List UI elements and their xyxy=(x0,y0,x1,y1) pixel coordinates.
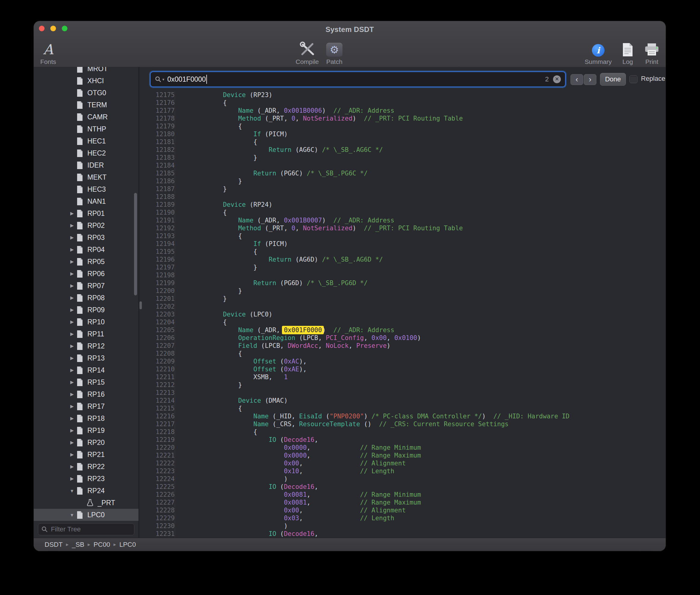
disclosure-expanded-icon[interactable]: ▼ xyxy=(67,512,77,517)
compile-button[interactable]: Compile xyxy=(296,41,319,65)
line-number: 12189 xyxy=(139,201,175,208)
sidebar-item-rp13[interactable]: ▶RP13 xyxy=(34,352,139,364)
sidebar-item-rp07[interactable]: ▶RP07 xyxy=(34,280,139,292)
line-number: 12225 xyxy=(139,483,175,491)
line-number: 12201 xyxy=(139,295,175,303)
sidebar-item-otg0[interactable]: OTG0 xyxy=(34,87,139,99)
disclosure-collapsed-icon[interactable]: ▶ xyxy=(67,416,77,421)
splitter-handle[interactable] xyxy=(140,302,142,309)
method-icon xyxy=(87,499,93,507)
sidebar-item-label: RP03 xyxy=(87,234,105,242)
code-lines[interactable]: 12175 Device (RP23)12176 {12177 Name (_A… xyxy=(139,91,666,538)
sidebar-item-rp01[interactable]: ▶RP01 xyxy=(34,207,139,220)
disclosure-collapsed-icon[interactable]: ▶ xyxy=(67,356,77,361)
document-icon xyxy=(77,475,83,483)
disclosure-collapsed-icon[interactable]: ▶ xyxy=(67,452,77,457)
sidebar-item-rp20[interactable]: ▶RP20 xyxy=(34,436,139,449)
sidebar-item-rp06[interactable]: ▶RP06 xyxy=(34,268,139,280)
disclosure-collapsed-icon[interactable]: ▶ xyxy=(67,307,77,313)
disclosure-collapsed-icon[interactable]: ▶ xyxy=(67,440,77,445)
sidebar-item-rp09[interactable]: ▶RP09 xyxy=(34,304,139,316)
disclosure-collapsed-icon[interactable]: ▶ xyxy=(67,464,77,469)
code-line: 12204 { xyxy=(139,318,666,326)
filter-tree-field[interactable] xyxy=(38,523,134,535)
disclosure-collapsed-icon[interactable]: ▶ xyxy=(67,367,77,373)
sidebar-item-rp21[interactable]: ▶RP21 xyxy=(34,449,139,460)
disclosure-collapsed-icon[interactable]: ▶ xyxy=(67,404,77,409)
sidebar-item-rp04[interactable]: ▶RP04 xyxy=(34,244,139,256)
sidebar-item-nan1[interactable]: NAN1 xyxy=(34,195,139,207)
disclosure-collapsed-icon[interactable]: ▶ xyxy=(67,331,77,337)
log-button[interactable]: Log xyxy=(622,41,633,65)
disclosure-collapsed-icon[interactable]: ▶ xyxy=(67,247,77,252)
disclosure-collapsed-icon[interactable]: ▶ xyxy=(67,283,77,288)
sidebar-item-rp02[interactable]: ▶RP02 xyxy=(34,220,139,231)
search-input[interactable]: ▾ 0x001F0000 2 ✕ xyxy=(150,72,566,87)
sidebar-item-lpc0[interactable]: ▼LPC0 xyxy=(34,509,139,521)
sidebar-item-label: RP04 xyxy=(87,246,105,254)
breadcrumb-item-pc00[interactable]: PC00 xyxy=(94,541,110,548)
sidebar-item-rp15[interactable]: ▶RP15 xyxy=(34,376,139,388)
clear-search-button[interactable]: ✕ xyxy=(553,75,561,83)
disclosure-collapsed-icon[interactable]: ▶ xyxy=(67,235,77,240)
disclosure-collapsed-icon[interactable]: ▶ xyxy=(67,295,77,301)
code-line: 12193 { xyxy=(139,232,666,240)
print-button[interactable]: Print xyxy=(645,41,659,65)
disclosure-expanded-icon[interactable]: ▼ xyxy=(67,488,77,493)
disclosure-collapsed-icon[interactable]: ▶ xyxy=(67,428,77,433)
patch-button[interactable]: ⚙ Patch xyxy=(326,41,342,65)
sidebar-item-mekt[interactable]: MEKT xyxy=(34,171,139,183)
disclosure-collapsed-icon[interactable]: ▶ xyxy=(67,259,77,264)
disclosure-collapsed-icon[interactable]: ▶ xyxy=(67,223,77,228)
sidebar-item-hec1[interactable]: HEC1 xyxy=(34,135,139,147)
sidebar-item-camr[interactable]: CAMR xyxy=(34,111,139,123)
sidebar-item-rp19[interactable]: ▶RP19 xyxy=(34,424,139,436)
sidebar-item-_prt[interactable]: _PRT xyxy=(34,497,139,509)
replace-checkbox[interactable] xyxy=(630,75,637,83)
gear-icon: ⚙ xyxy=(330,45,339,55)
sidebar-item-nthp[interactable]: NTHP xyxy=(34,123,139,135)
disclosure-collapsed-icon[interactable]: ▶ xyxy=(67,379,77,385)
sidebar-item-rp16[interactable]: ▶RP16 xyxy=(34,388,139,400)
breadcrumb-item-lpc0[interactable]: LPC0 xyxy=(119,541,136,548)
search-menu-icon[interactable]: ▾ xyxy=(155,76,164,83)
sidebar-item-rp18[interactable]: ▶RP18 xyxy=(34,412,139,424)
sidebar-item-rp24[interactable]: ▼RP24 xyxy=(34,485,139,497)
line-number: 12178 xyxy=(139,115,175,122)
sidebar-item-hec3[interactable]: HEC3 xyxy=(34,183,139,195)
sidebar-item-rp23[interactable]: ▶RP23 xyxy=(34,473,139,485)
disclosure-collapsed-icon[interactable]: ▶ xyxy=(67,211,77,216)
sidebar-item-term[interactable]: TERM xyxy=(34,99,139,111)
disclosure-collapsed-icon[interactable]: ▶ xyxy=(67,392,77,397)
sidebar-item-ider[interactable]: IDER xyxy=(34,159,139,171)
summary-button[interactable]: i Summary xyxy=(585,41,612,65)
disclosure-collapsed-icon[interactable]: ▶ xyxy=(67,343,77,349)
breadcrumb-item-dsdt[interactable]: DSDT xyxy=(44,541,63,548)
sidebar-item-rp03[interactable]: ▶RP03 xyxy=(34,231,139,244)
line-number: 12194 xyxy=(139,240,175,248)
sidebar-item-mrot[interactable]: MROT xyxy=(34,67,139,75)
fonts-button[interactable]: A Fonts xyxy=(40,41,56,65)
breadcrumb-item-_sb[interactable]: _SB xyxy=(72,541,84,548)
filter-input[interactable] xyxy=(50,525,131,534)
sidebar-item-rp10[interactable]: ▶RP10 xyxy=(34,316,139,328)
editor-pane[interactable]: ▾ 0x001F0000 2 ✕ ‹ › Done Replace 12175 … xyxy=(139,67,666,538)
disclosure-collapsed-icon[interactable]: ▶ xyxy=(67,271,77,276)
disclosure-collapsed-icon[interactable]: ▶ xyxy=(67,476,77,481)
sidebar-item-hec2[interactable]: HEC2 xyxy=(34,147,139,159)
sidebar-item-rp17[interactable]: ▶RP17 xyxy=(34,400,139,412)
find-next-button[interactable]: › xyxy=(584,74,597,85)
sidebar-item-rp22[interactable]: ▶RP22 xyxy=(34,460,139,473)
sidebar-scrollbar[interactable] xyxy=(134,193,137,295)
sidebar-item-rp08[interactable]: ▶RP08 xyxy=(34,292,139,304)
sidebar-item-xhci[interactable]: XHCI xyxy=(34,75,139,87)
disclosure-collapsed-icon[interactable]: ▶ xyxy=(67,319,77,324)
done-button[interactable]: Done xyxy=(600,73,626,86)
code-line: 12229 0x03, // Length xyxy=(139,514,666,522)
line-number: 12231 xyxy=(139,530,175,538)
sidebar-item-rp11[interactable]: ▶RP11 xyxy=(34,328,139,340)
sidebar-item-rp14[interactable]: ▶RP14 xyxy=(34,364,139,376)
sidebar-item-rp12[interactable]: ▶RP12 xyxy=(34,340,139,352)
find-previous-button[interactable]: ‹ xyxy=(571,74,583,85)
sidebar-item-rp05[interactable]: ▶RP05 xyxy=(34,256,139,268)
